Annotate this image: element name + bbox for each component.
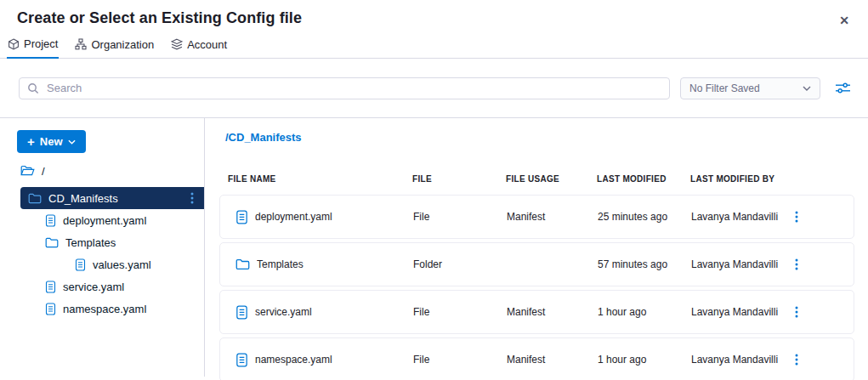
folder-icon bbox=[28, 193, 42, 204]
layers-icon bbox=[171, 38, 183, 50]
file-name: Templates bbox=[257, 258, 304, 270]
toolbar: No Filter Saved bbox=[0, 59, 868, 118]
file-type: File bbox=[413, 211, 507, 223]
last-modified: 1 hour ago bbox=[598, 306, 691, 318]
file-type: Folder bbox=[413, 258, 507, 270]
tree-item-values-yaml[interactable]: values.yaml bbox=[0, 253, 204, 275]
tab-account[interactable]: Account bbox=[170, 35, 228, 58]
filter-settings-icon[interactable] bbox=[835, 82, 851, 94]
file-usage: Manifest bbox=[507, 306, 598, 318]
last-modified: 25 minutes ago bbox=[598, 211, 691, 223]
table-row[interactable]: deployment.yaml File Manifest 25 minutes… bbox=[219, 195, 854, 239]
file-name: service.yaml bbox=[255, 306, 312, 318]
file-icon bbox=[45, 214, 56, 227]
folder-icon bbox=[235, 258, 250, 270]
file-type: File bbox=[413, 354, 507, 366]
table-row[interactable]: Templates Folder 57 minutes ago Lavanya … bbox=[219, 242, 854, 286]
tab-organization-label: Organization bbox=[91, 38, 154, 51]
last-modified-by: Lavanya Mandavilli bbox=[691, 211, 793, 223]
tree-item-label: values.yaml bbox=[93, 258, 151, 271]
file-type: File bbox=[413, 306, 507, 318]
tab-project[interactable]: Project bbox=[7, 35, 59, 59]
kebab-menu-icon[interactable] bbox=[793, 257, 854, 272]
table-row[interactable]: service.yaml File Manifest 1 hour ago La… bbox=[219, 290, 854, 334]
plus-icon: + bbox=[27, 135, 35, 148]
file-icon bbox=[235, 305, 248, 320]
file-icon bbox=[75, 258, 86, 271]
file-usage: Manifest bbox=[507, 211, 598, 223]
file-table-body: deployment.yaml File Manifest 25 minutes… bbox=[219, 195, 868, 380]
page-title: Create or Select an Existing Config file bbox=[17, 9, 302, 27]
folder-icon bbox=[45, 237, 59, 248]
tree-item-label: / bbox=[42, 165, 45, 178]
file-icon bbox=[45, 281, 56, 293]
table-row[interactable]: namespace.yaml File Manifest 1 hour ago … bbox=[219, 337, 854, 380]
file-name: namespace.yaml bbox=[255, 354, 332, 366]
new-button-label: New bbox=[40, 135, 63, 148]
tree-item-service-yaml[interactable]: service.yaml bbox=[0, 275, 204, 298]
kebab-menu-icon[interactable] bbox=[793, 209, 854, 224]
search-icon bbox=[27, 82, 39, 94]
file-icon bbox=[235, 353, 248, 367]
file-tree: / CD_Manifests bbox=[0, 160, 204, 320]
search-box bbox=[19, 77, 670, 99]
sitemap-icon bbox=[75, 38, 87, 50]
tree-item-label: service.yaml bbox=[63, 281, 124, 293]
saved-filter-value: No Filter Saved bbox=[689, 82, 760, 94]
last-modified-by: Lavanya Mandavilli bbox=[691, 354, 793, 366]
new-button[interactable]: + New bbox=[17, 130, 86, 153]
tab-organization[interactable]: Organization bbox=[74, 35, 155, 58]
tree-item-label: CD_Manifests bbox=[48, 192, 118, 205]
file-tree-sidebar: + New / bbox=[0, 118, 205, 377]
column-header-last-modified-by: LAST MODIFIED BY bbox=[690, 174, 868, 184]
tab-account-label: Account bbox=[187, 38, 227, 51]
tree-item-cd-manifests[interactable]: CD_Manifests bbox=[20, 187, 204, 209]
last-modified: 1 hour ago bbox=[598, 354, 691, 366]
file-list-panel: /CD_Manifests FILE NAME FILE FILE USAGE … bbox=[205, 118, 868, 377]
column-header-file-name: FILE NAME bbox=[228, 174, 412, 184]
chevron-down-icon bbox=[803, 86, 811, 91]
open-folder-icon bbox=[20, 165, 35, 177]
file-icon bbox=[45, 303, 56, 315]
cube-icon bbox=[8, 38, 20, 50]
last-modified-by: Lavanya Mandavilli bbox=[691, 306, 793, 318]
table-header-row: FILE NAME FILE FILE USAGE LAST MODIFIED … bbox=[219, 174, 868, 184]
close-icon[interactable]: ✕ bbox=[832, 9, 856, 31]
tab-bar: Project Organization Account bbox=[0, 35, 868, 59]
file-name: deployment.yaml bbox=[255, 211, 332, 223]
kebab-menu-icon[interactable] bbox=[793, 352, 854, 367]
column-header-file-usage: FILE USAGE bbox=[506, 174, 597, 184]
tree-item-label: Templates bbox=[65, 236, 116, 249]
saved-filter-dropdown[interactable]: No Filter Saved bbox=[680, 77, 820, 99]
tree-item-root[interactable]: / bbox=[0, 160, 204, 182]
file-usage: Manifest bbox=[507, 354, 598, 366]
column-header-last-modified: LAST MODIFIED bbox=[597, 174, 690, 184]
tab-project-label: Project bbox=[24, 37, 58, 50]
dialog-header: Create or Select an Existing Config file… bbox=[0, 0, 868, 35]
file-icon bbox=[235, 210, 248, 224]
breadcrumb[interactable]: /CD_Manifests bbox=[225, 131, 868, 144]
main-area: + New / bbox=[0, 118, 868, 377]
search-input[interactable] bbox=[45, 81, 661, 95]
tree-item-templates[interactable]: Templates bbox=[0, 231, 204, 253]
last-modified-by: Lavanya Mandavilli bbox=[691, 258, 793, 270]
column-header-file: FILE bbox=[412, 174, 506, 184]
kebab-menu-icon[interactable] bbox=[189, 190, 196, 206]
kebab-menu-icon[interactable] bbox=[793, 304, 854, 320]
tree-item-label: namespace.yaml bbox=[63, 303, 146, 315]
tree-item-label: deployment.yaml bbox=[63, 214, 146, 227]
tree-item-deployment-yaml[interactable]: deployment.yaml bbox=[0, 209, 204, 231]
chevron-down-icon bbox=[68, 139, 76, 145]
last-modified: 57 minutes ago bbox=[598, 258, 691, 270]
tree-item-namespace-yaml[interactable]: namespace.yaml bbox=[0, 298, 204, 320]
